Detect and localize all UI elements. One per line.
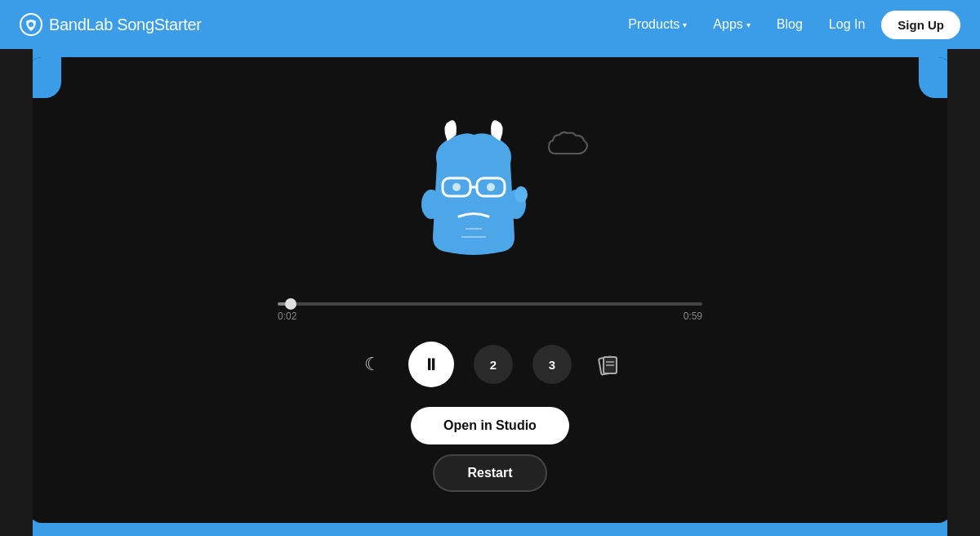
restart-button[interactable]: Restart — [433, 454, 546, 492]
progress-thumb — [285, 298, 296, 310]
apps-chevron-icon: ▾ — [746, 20, 751, 29]
nav-area: Products ▾ Apps ▾ Blog Log In Sign Up — [618, 11, 960, 39]
nav-products-label: Products — [628, 17, 679, 32]
bandlab-logo-icon — [20, 13, 42, 36]
play-pause-button[interactable]: ⏸ — [408, 342, 454, 387]
nav-apps-label: Apps — [713, 17, 742, 32]
progress-times: 0:02 0:59 — [278, 310, 702, 322]
logo-brand: BandLab — [49, 16, 113, 34]
svg-point-9 — [421, 190, 441, 219]
svg-point-1 — [29, 22, 33, 27]
nav-blog[interactable]: Blog — [767, 11, 813, 38]
player-card: 0:02 0:59 ☾ ⏸ 2 3 — [29, 57, 951, 523]
total-time: 0:59 — [684, 310, 702, 322]
track-3-button[interactable]: 3 — [532, 345, 572, 384]
moon-icon: ☾ — [364, 354, 381, 375]
monster-character — [392, 106, 555, 270]
progress-area: 0:02 0:59 — [278, 302, 702, 322]
illustration-area — [392, 106, 588, 270]
nav-login[interactable]: Log In — [819, 11, 875, 38]
pause-icon: ⏸ — [423, 355, 439, 374]
cloud-icon — [539, 131, 588, 159]
svg-point-5 — [452, 183, 461, 191]
logo-product: SongStarter — [117, 16, 201, 34]
left-bg-shape — [0, 49, 33, 536]
cards-icon — [596, 353, 619, 376]
nav-login-label: Log In — [829, 17, 865, 32]
current-time: 0:02 — [278, 310, 296, 322]
track-3-label: 3 — [549, 358, 555, 372]
main-wrapper: 0:02 0:59 ☾ ⏸ 2 3 — [0, 49, 980, 536]
track-2-button[interactable]: 2 — [474, 345, 513, 384]
nav-blog-label: Blog — [777, 17, 803, 32]
header: BandLab SongStarter Products ▾ Apps ▾ Bl… — [0, 0, 980, 49]
open-in-studio-label: Open in Studio — [443, 418, 537, 432]
cards-button[interactable] — [591, 348, 624, 381]
nav-products[interactable]: Products ▾ — [618, 11, 697, 38]
nav-signup-button[interactable]: Sign Up — [881, 11, 960, 39]
nav-signup-label: Sign Up — [898, 18, 944, 32]
right-bg-shape — [947, 49, 980, 536]
track-2-label: 2 — [490, 358, 497, 372]
open-in-studio-button[interactable]: Open in Studio — [411, 407, 569, 444]
logo-area: BandLab SongStarter — [20, 13, 202, 36]
products-chevron-icon: ▾ — [683, 20, 687, 29]
svg-point-11 — [514, 186, 528, 203]
progress-track[interactable] — [278, 302, 702, 306]
nav-apps[interactable]: Apps ▾ — [703, 11, 760, 38]
controls: ☾ ⏸ 2 3 — [356, 342, 624, 387]
svg-point-6 — [487, 183, 495, 191]
restart-label: Restart — [467, 466, 512, 480]
sleep-button[interactable]: ☾ — [356, 348, 389, 381]
logo-text: BandLab SongStarter — [49, 16, 202, 34]
